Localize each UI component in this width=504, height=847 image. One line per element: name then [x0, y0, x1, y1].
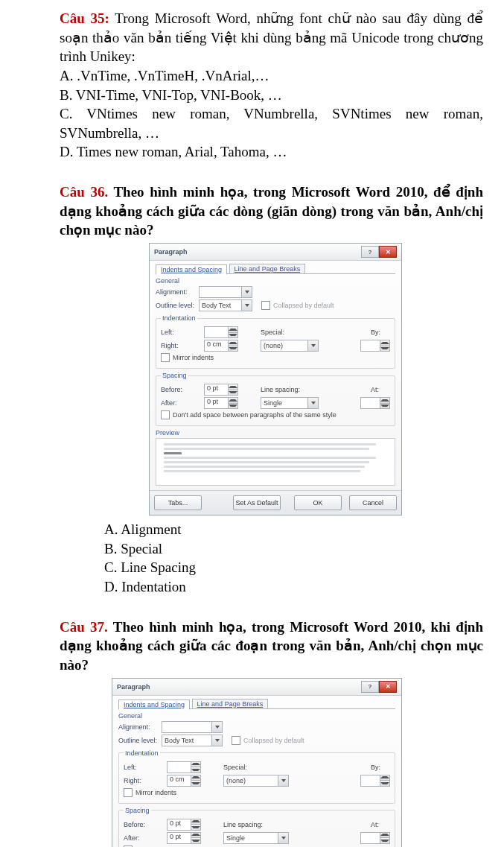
linespacing-label-2: Line spacing:: [223, 821, 277, 828]
dialog-title: Paragraph: [154, 248, 188, 256]
q37-text: Câu 37. Theo hình minh họa, trong Micros…: [60, 618, 483, 675]
dialog-title-2: Paragraph: [117, 683, 150, 691]
dontadd-checkbox[interactable]: [161, 410, 170, 419]
set-default-button[interactable]: Set As Default: [233, 495, 281, 510]
q36-text: Câu 36. Theo hình minh họa, trong Micros…: [60, 183, 483, 240]
after-label-2: After:: [124, 834, 167, 842]
linespacing-combo[interactable]: Single: [261, 397, 319, 409]
outline-combo-2[interactable]: Body Text: [162, 735, 223, 746]
q37-dialog-wrap: Paragraph ? ✕ Indents and Spacing Line a…: [112, 678, 483, 847]
at-input[interactable]: [360, 397, 390, 409]
collapsed-checkbox[interactable]: [261, 301, 270, 310]
indentation-group: Indentation Left: Special: By: Right: 0 …: [156, 314, 395, 369]
window-buttons-2: ? ✕: [361, 681, 397, 693]
dialog-titlebar-2: Paragraph ? ✕: [112, 679, 401, 696]
window-buttons: ? ✕: [361, 246, 397, 258]
dialog-tabs-2: Indents and Spacing Line and Page Breaks: [118, 699, 395, 709]
q36-opt-c: C. Line Spacing: [104, 558, 483, 577]
spacing-legend-2: Spacing: [124, 807, 151, 814]
left-label: Left:: [161, 329, 204, 336]
ok-button[interactable]: OK: [294, 495, 342, 510]
special-label-2: Special:: [223, 764, 265, 771]
at-input-2[interactable]: [360, 832, 390, 844]
question-37: Câu 37. Theo hình minh họa, trong Micros…: [60, 618, 483, 847]
before-input-2[interactable]: 0 pt: [167, 819, 201, 831]
question-35: Câu 35: Trong Microsoft Word, những font…: [60, 9, 483, 162]
after-input[interactable]: 0 pt: [204, 397, 238, 409]
before-label: Before:: [161, 386, 204, 393]
special-combo-2[interactable]: (none): [223, 775, 289, 787]
tab-line-page-breaks[interactable]: Line and Page Breaks: [229, 264, 306, 274]
dialog-body: Indents and Spacing Line and Page Breaks…: [150, 261, 401, 490]
linespacing-label: Line spacing:: [261, 386, 310, 393]
by-label: By:: [371, 329, 390, 336]
collapsed-label: Collapsed by default: [273, 302, 334, 309]
left-input-2[interactable]: [167, 761, 201, 773]
before-label-2: Before:: [124, 821, 167, 828]
spacing-legend: Spacing: [161, 372, 188, 379]
indentation-legend: Indentation: [161, 314, 197, 322]
tab-indents-spacing-2[interactable]: Indents and Spacing: [118, 700, 190, 710]
preview-box: [156, 438, 395, 486]
alignment-label-2: Alignment:: [118, 723, 162, 731]
tab-indents-spacing[interactable]: Indents and Spacing: [156, 264, 227, 275]
spacing-group-2: Spacing Before: 0 pt Line spacing: At: A…: [118, 807, 395, 847]
outline-label: Outline level:: [156, 302, 199, 309]
dialog-titlebar: Paragraph ? ✕: [150, 244, 401, 261]
right-input-2[interactable]: 0 cm: [167, 775, 201, 787]
paragraph-dialog: Paragraph ? ✕ Indents and Spacing Line a…: [149, 243, 402, 516]
collapsed-checkbox-2[interactable]: [232, 736, 240, 745]
close-button-2[interactable]: ✕: [379, 681, 397, 693]
tabs-button[interactable]: Tabs...: [154, 495, 202, 510]
q36-options: A. Alignment B. Special C. Line Spacing …: [104, 520, 483, 597]
before-input[interactable]: 0 pt: [204, 384, 238, 396]
mirror-label-2: Mirror indents: [135, 789, 176, 796]
indentation-group-2: Indentation Left: Special: By: Right: 0 …: [118, 749, 395, 804]
by-label-2: By:: [371, 764, 390, 771]
paragraph-dialog-2: Paragraph ? ✕ Indents and Spacing Line a…: [112, 678, 402, 847]
alignment-combo-2[interactable]: [162, 721, 223, 733]
general-label-2: General: [118, 712, 395, 720]
collapsed-label-2: Collapsed by default: [243, 737, 304, 744]
help-button-2[interactable]: ?: [361, 681, 379, 693]
mirror-checkbox-2[interactable]: [124, 788, 133, 797]
left-input[interactable]: [204, 326, 238, 338]
q35-text: Câu 35: Trong Microsoft Word, những font…: [60, 9, 483, 66]
outline-combo[interactable]: Body Text: [199, 299, 252, 311]
mirror-label: Mirror indents: [173, 354, 214, 361]
spacing-group: Spacing Before: 0 pt Line spacing: At: A…: [156, 372, 395, 426]
q36-opt-b: B. Special: [104, 539, 483, 559]
special-label: Special:: [261, 329, 298, 336]
at-label: At:: [371, 386, 390, 393]
dialog-buttons: Tabs... Set As Default OK Cancel: [150, 490, 401, 515]
cancel-button[interactable]: Cancel: [349, 495, 397, 510]
by-input-2[interactable]: [360, 775, 390, 787]
by-input[interactable]: [360, 340, 390, 352]
preview-label: Preview: [156, 429, 395, 437]
right-input[interactable]: 0 cm: [204, 340, 238, 352]
alignment-combo[interactable]: [199, 286, 252, 298]
q36-dialog-wrap: Paragraph ? ✕ Indents and Spacing Line a…: [149, 243, 483, 516]
outline-label-2: Outline level:: [118, 737, 162, 744]
q36-opt-a: A. Alignment: [104, 520, 483, 539]
q35-opt-b: B. VNI-Time, VNI-Top, VNI-Book, …: [60, 86, 483, 105]
dialog-body-2: Indents and Spacing Line and Page Breaks…: [112, 696, 401, 847]
after-input-2[interactable]: 0 pt: [167, 832, 201, 844]
at-label-2: At:: [371, 821, 390, 828]
general-label: General: [156, 277, 395, 285]
special-combo[interactable]: (none): [261, 340, 319, 352]
q36-opt-d: D. Indentation: [104, 577, 483, 597]
tab-line-page-breaks-2[interactable]: Line and Page Breaks: [192, 699, 269, 709]
indentation-legend-2: Indentation: [124, 749, 160, 757]
close-button[interactable]: ✕: [379, 246, 397, 258]
right-label: Right:: [161, 342, 204, 349]
mirror-checkbox[interactable]: [161, 353, 170, 362]
q35-header: Câu 35:: [60, 10, 109, 26]
right-label-2: Right:: [124, 777, 167, 784]
help-button[interactable]: ?: [361, 246, 379, 258]
q35-opt-d: D. Times new roman, Arial, Tahoma, …: [60, 142, 483, 162]
q37-header: Câu 37.: [60, 619, 108, 635]
linespacing-combo-2[interactable]: Single: [223, 832, 289, 844]
q35-options: A. .VnTime, .VnTimeH, .VnArial,… B. VNI-…: [60, 66, 483, 162]
left-label-2: Left:: [124, 764, 167, 771]
